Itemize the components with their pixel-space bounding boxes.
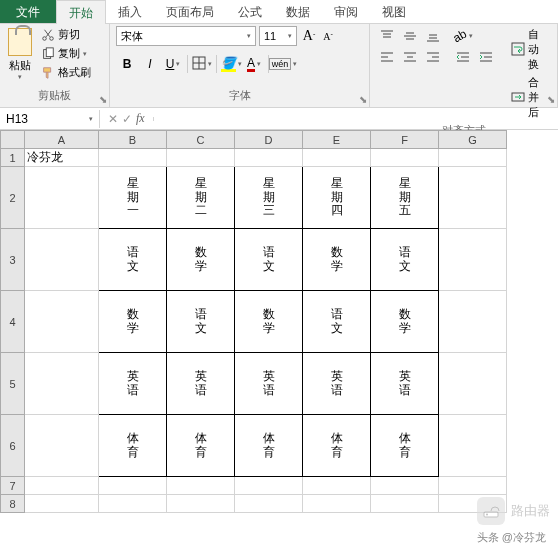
format-painter-button[interactable]: 格式刷 bbox=[38, 64, 94, 81]
cell[interactable] bbox=[167, 149, 235, 167]
cell[interactable]: 星期五 bbox=[371, 167, 439, 229]
cell[interactable]: 语文 bbox=[235, 229, 303, 291]
cell[interactable]: 数学 bbox=[99, 291, 167, 353]
decrease-font-button[interactable]: Aˇ bbox=[319, 27, 337, 45]
cell[interactable]: 英语 bbox=[167, 353, 235, 415]
align-right-button[interactable] bbox=[422, 47, 444, 67]
align-top-button[interactable] bbox=[376, 26, 398, 46]
col-header[interactable]: G bbox=[439, 131, 507, 149]
cell[interactable]: 英语 bbox=[99, 353, 167, 415]
font-color-button[interactable]: A bbox=[243, 54, 265, 74]
cell[interactable] bbox=[439, 477, 507, 495]
row-header[interactable]: 4 bbox=[1, 291, 25, 353]
cell[interactable] bbox=[303, 495, 371, 513]
tab-review[interactable]: 审阅 bbox=[322, 0, 370, 23]
cell[interactable] bbox=[439, 167, 507, 229]
cell[interactable] bbox=[25, 415, 99, 477]
spreadsheet-grid[interactable]: ABCDEFG1冷芬龙2星期一星期二星期三星期四星期五3语文数学语文数学语文4数… bbox=[0, 130, 558, 513]
row-header[interactable]: 6 bbox=[1, 415, 25, 477]
cell[interactable]: 英语 bbox=[303, 353, 371, 415]
cell[interactable]: 英语 bbox=[371, 353, 439, 415]
row-header[interactable]: 3 bbox=[1, 229, 25, 291]
cell[interactable]: 冷芬龙 bbox=[25, 149, 99, 167]
cell[interactable] bbox=[439, 291, 507, 353]
cell[interactable] bbox=[235, 477, 303, 495]
row-header[interactable]: 7 bbox=[1, 477, 25, 495]
cell[interactable]: 星期三 bbox=[235, 167, 303, 229]
cell[interactable]: 数学 bbox=[167, 229, 235, 291]
tab-home[interactable]: 开始 bbox=[56, 0, 106, 24]
cell[interactable]: 星期四 bbox=[303, 167, 371, 229]
cell[interactable] bbox=[439, 415, 507, 477]
cell[interactable] bbox=[371, 149, 439, 167]
cell[interactable]: 体育 bbox=[371, 415, 439, 477]
tab-pagelayout[interactable]: 页面布局 bbox=[154, 0, 226, 23]
cell[interactable] bbox=[371, 477, 439, 495]
col-header[interactable]: A bbox=[25, 131, 99, 149]
tab-file[interactable]: 文件 bbox=[0, 0, 56, 23]
cell[interactable] bbox=[235, 149, 303, 167]
align-center-button[interactable] bbox=[399, 47, 421, 67]
row-header[interactable]: 5 bbox=[1, 353, 25, 415]
cell[interactable]: 体育 bbox=[303, 415, 371, 477]
cell[interactable] bbox=[25, 167, 99, 229]
cell[interactable]: 数学 bbox=[371, 291, 439, 353]
cell[interactable] bbox=[439, 149, 507, 167]
row-header[interactable]: 1 bbox=[1, 149, 25, 167]
decrease-indent-button[interactable] bbox=[452, 47, 474, 67]
font-expand-icon[interactable]: ⬊ bbox=[359, 94, 367, 105]
cell[interactable]: 体育 bbox=[167, 415, 235, 477]
tab-formulas[interactable]: 公式 bbox=[226, 0, 274, 23]
row-header[interactable]: 8 bbox=[1, 495, 25, 513]
tab-insert[interactable]: 插入 bbox=[106, 0, 154, 23]
cell[interactable]: 英语 bbox=[235, 353, 303, 415]
cell[interactable]: 星期一 bbox=[99, 167, 167, 229]
paste-button[interactable]: 粘贴 ▾ bbox=[6, 26, 34, 83]
cell[interactable] bbox=[25, 229, 99, 291]
merge-button[interactable]: 合并后 bbox=[507, 74, 551, 121]
cell[interactable]: 语文 bbox=[99, 229, 167, 291]
cell[interactable] bbox=[99, 495, 167, 513]
cut-button[interactable]: 剪切 bbox=[38, 26, 94, 43]
copy-button[interactable]: 复制 ▾ bbox=[38, 45, 94, 62]
cell[interactable]: 语文 bbox=[371, 229, 439, 291]
tab-data[interactable]: 数据 bbox=[274, 0, 322, 23]
italic-button[interactable]: I bbox=[139, 54, 161, 74]
col-header[interactable]: C bbox=[167, 131, 235, 149]
bold-button[interactable]: B bbox=[116, 54, 138, 74]
cell[interactable]: 数学 bbox=[235, 291, 303, 353]
col-header[interactable]: E bbox=[303, 131, 371, 149]
cell[interactable]: 星期二 bbox=[167, 167, 235, 229]
wrap-text-button[interactable]: 自动换 bbox=[507, 26, 551, 73]
cell[interactable] bbox=[25, 495, 99, 513]
cell[interactable] bbox=[25, 291, 99, 353]
align-bottom-button[interactable] bbox=[422, 26, 444, 46]
cell[interactable] bbox=[303, 149, 371, 167]
fill-color-button[interactable]: 🪣 bbox=[220, 54, 242, 74]
cell[interactable] bbox=[371, 495, 439, 513]
increase-font-button[interactable]: Aˆ bbox=[300, 27, 318, 45]
font-name-select[interactable]: 宋体 ▾ bbox=[116, 26, 256, 46]
alignment-expand-icon[interactable]: ⬊ bbox=[547, 94, 555, 105]
cell[interactable] bbox=[235, 495, 303, 513]
cell[interactable]: 数学 bbox=[303, 229, 371, 291]
row-header[interactable]: 2 bbox=[1, 167, 25, 229]
tab-view[interactable]: 视图 bbox=[370, 0, 418, 23]
clipboard-expand-icon[interactable]: ⬊ bbox=[99, 94, 107, 105]
accept-formula-icon[interactable]: ✓ bbox=[122, 112, 132, 126]
cancel-formula-icon[interactable]: ✕ bbox=[108, 112, 118, 126]
col-header[interactable]: D bbox=[235, 131, 303, 149]
cell[interactable]: 语文 bbox=[303, 291, 371, 353]
cell[interactable]: 语文 bbox=[167, 291, 235, 353]
col-header[interactable]: B bbox=[99, 131, 167, 149]
borders-button[interactable] bbox=[191, 54, 213, 74]
cell[interactable] bbox=[25, 477, 99, 495]
increase-indent-button[interactable] bbox=[475, 47, 497, 67]
align-middle-button[interactable] bbox=[399, 26, 421, 46]
cell[interactable] bbox=[303, 477, 371, 495]
cell[interactable] bbox=[167, 477, 235, 495]
cell[interactable]: 体育 bbox=[99, 415, 167, 477]
underline-button[interactable]: U bbox=[162, 54, 184, 74]
select-all-corner[interactable] bbox=[1, 131, 25, 149]
col-header[interactable]: F bbox=[371, 131, 439, 149]
